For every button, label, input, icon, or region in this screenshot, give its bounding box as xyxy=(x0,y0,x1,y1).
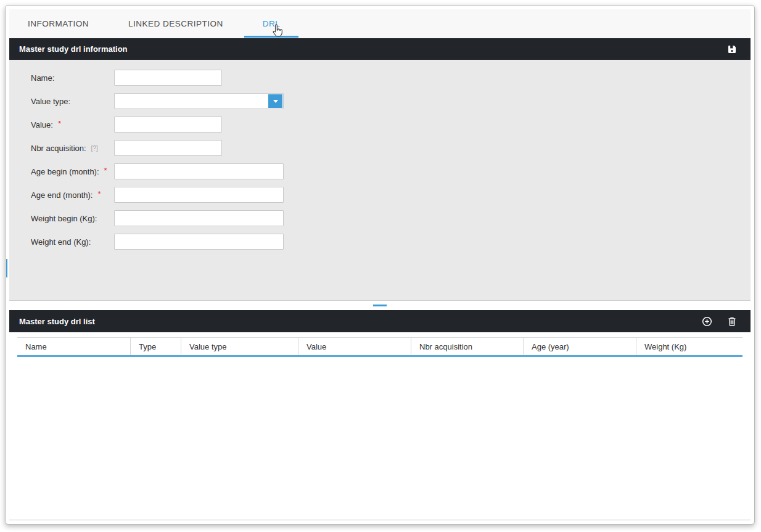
field-label-group: Nbr acquisition:[?] xyxy=(31,144,114,153)
app-window: INFORMATIONLINKED DESCRIPTIONDRL Master … xyxy=(5,5,755,525)
column-header-type[interactable]: Type xyxy=(130,338,181,355)
tab-bar: INFORMATIONLINKED DESCRIPTIONDRL xyxy=(9,9,751,38)
form-row-weight-begin-kg: Weight begin (Kg): xyxy=(31,210,751,226)
field-label-group: Weight begin (Kg): xyxy=(31,214,114,223)
drl-list-table: NameTypeValue typeValueNbr acquisitionAg… xyxy=(9,332,751,520)
tab-label: DRL xyxy=(263,19,281,28)
required-asterisk: * xyxy=(58,119,61,128)
column-header-label: Value xyxy=(306,342,326,351)
tab-drl[interactable]: DRL xyxy=(244,9,299,38)
column-header-nbr-acquisition[interactable]: Nbr acquisition xyxy=(411,338,523,355)
floppy-disk-icon xyxy=(727,44,737,54)
column-header-label: Weight (Kg) xyxy=(644,342,686,351)
nbr-acquisition-input[interactable] xyxy=(114,140,222,156)
delete-button[interactable] xyxy=(727,316,737,327)
tab-information[interactable]: INFORMATION xyxy=(9,9,107,38)
field-label-group: Name: xyxy=(31,73,114,83)
horizontal-splitter[interactable] xyxy=(9,301,751,310)
add-button[interactable] xyxy=(702,316,712,327)
column-header-label: Nbr acquisition xyxy=(419,342,472,351)
vertical-splitter[interactable] xyxy=(6,259,7,277)
age-end-month-input[interactable] xyxy=(114,187,284,203)
column-header-weight-kg[interactable]: Weight (Kg) xyxy=(636,338,742,355)
window-content: INFORMATIONLINKED DESCRIPTIONDRL Master … xyxy=(9,9,751,520)
required-asterisk: * xyxy=(97,189,101,198)
column-header-label: Age (year) xyxy=(532,342,569,351)
field-label-group: Value type: xyxy=(31,97,114,106)
form-row-weight-end-kg: Weight end (Kg): xyxy=(31,234,751,250)
form-row-value-type: Value type: xyxy=(31,93,751,109)
column-header-value-type[interactable]: Value type xyxy=(181,338,298,355)
name-input[interactable] xyxy=(114,70,222,86)
field-label: Value: xyxy=(31,120,53,129)
list-panel-title: Master study drl list xyxy=(19,317,95,326)
tab-linked-description[interactable]: LINKED DESCRIPTION xyxy=(110,9,242,38)
dropdown-button[interactable] xyxy=(268,94,282,108)
splitter-handle-icon xyxy=(373,305,387,306)
weight-begin-kg-input[interactable] xyxy=(114,210,284,226)
value-input[interactable] xyxy=(114,117,222,133)
tab-label: INFORMATION xyxy=(28,19,89,28)
field-label: Name: xyxy=(31,73,54,83)
column-header-label: Value type xyxy=(189,342,226,351)
field-label: Age begin (month): xyxy=(31,167,99,176)
column-header-value[interactable]: Value xyxy=(298,338,411,355)
column-header-name[interactable]: Name xyxy=(17,338,130,355)
field-label: Value type: xyxy=(31,97,70,106)
table-body xyxy=(17,357,742,520)
weight-end-kg-input[interactable] xyxy=(114,234,284,250)
value-type-select[interactable] xyxy=(114,93,284,109)
list-panel-header: Master study drl list xyxy=(9,310,751,332)
form-row-name: Name: xyxy=(31,70,751,86)
field-label-group: Value:* xyxy=(31,120,114,129)
column-header-label: Name xyxy=(25,342,47,351)
info-panel-header: Master study drl information xyxy=(9,38,751,60)
age-begin-month-input[interactable] xyxy=(114,163,284,179)
field-label: Weight end (Kg): xyxy=(31,237,91,247)
field-label-group: Age begin (month):* xyxy=(31,167,114,176)
required-asterisk: * xyxy=(104,166,107,175)
trash-icon xyxy=(727,316,737,327)
form-row-value: Value:* xyxy=(31,117,751,133)
column-header-age-year[interactable]: Age (year) xyxy=(523,338,636,355)
field-label: Weight begin (Kg): xyxy=(31,214,97,223)
field-label-group: Weight end (Kg): xyxy=(31,237,114,247)
tab-label: LINKED DESCRIPTION xyxy=(128,19,223,28)
info-panel-title: Master study drl information xyxy=(19,44,128,54)
circle-plus-icon xyxy=(702,316,712,327)
field-label: Nbr acquisition: xyxy=(31,144,86,153)
field-label: Age end (month): xyxy=(31,190,93,200)
field-label-group: Age end (month):* xyxy=(31,190,114,200)
table-header-row: NameTypeValue typeValueNbr acquisitionAg… xyxy=(17,337,742,357)
form-row-age-begin-month: Age begin (month):* xyxy=(31,163,751,179)
drl-form: Name:Value type:Value:*Nbr acquisition:[… xyxy=(9,60,751,301)
column-header-label: Type xyxy=(139,342,156,351)
chevron-down-icon xyxy=(273,100,278,103)
form-row-age-end-month: Age end (month):* xyxy=(31,187,751,203)
help-hint-icon: [?] xyxy=(91,145,98,152)
form-row-nbr-acquisition: Nbr acquisition:[?] xyxy=(31,140,751,156)
save-button[interactable] xyxy=(727,44,737,54)
